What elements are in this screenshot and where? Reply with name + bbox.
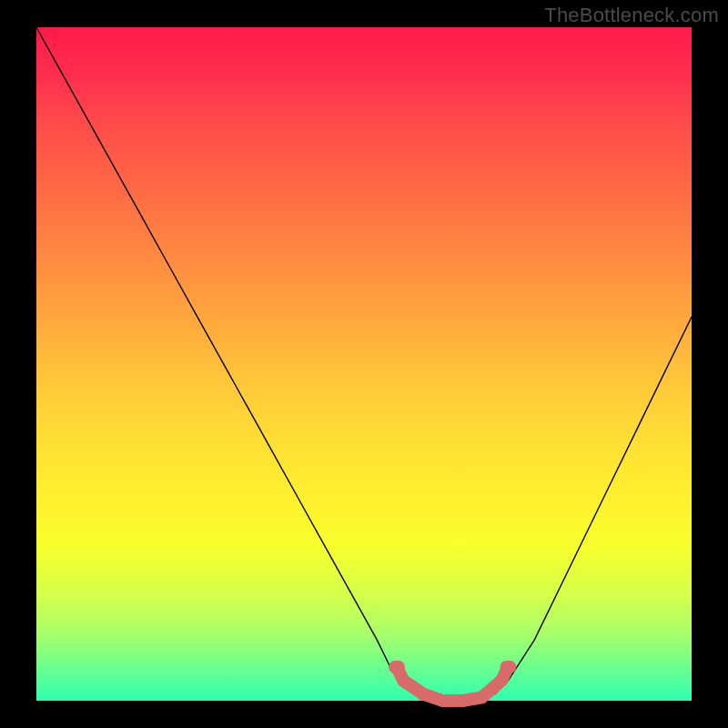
bottleneck-curve: [36, 27, 692, 701]
chart-svg: [36, 27, 692, 701]
watermark-text: TheBottleneck.com: [544, 4, 719, 27]
highlight-blob: [395, 667, 510, 701]
chart-plot-area: [36, 27, 692, 701]
